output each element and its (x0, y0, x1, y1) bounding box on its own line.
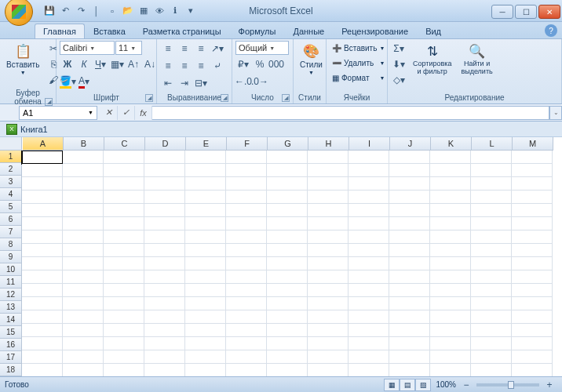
cell[interactable] (22, 337, 63, 350)
cell[interactable] (185, 257, 226, 270)
cell[interactable] (430, 164, 471, 177)
cell[interactable] (104, 151, 144, 164)
cell[interactable] (104, 270, 144, 284)
cell[interactable] (349, 244, 389, 257)
cell[interactable] (226, 230, 267, 244)
cell[interactable] (471, 230, 512, 244)
tab-home[interactable]: Главная (35, 24, 85, 38)
cell[interactable] (185, 310, 226, 324)
cell[interactable] (389, 217, 430, 230)
cell[interactable] (267, 284, 308, 297)
cell[interactable] (226, 177, 267, 191)
align-right-icon[interactable]: ≡ (193, 58, 209, 74)
cell[interactable] (512, 257, 553, 270)
cell[interactable] (389, 257, 430, 270)
cell[interactable] (349, 204, 389, 217)
cell[interactable] (63, 364, 104, 376)
cell[interactable] (22, 257, 63, 270)
cell[interactable] (430, 310, 471, 324)
increase-decimal-icon[interactable]: ←.0 (235, 74, 251, 89)
cell[interactable] (144, 204, 185, 217)
find-select-button[interactable]: 🔍 Найти и выделить (458, 41, 495, 78)
cell[interactable] (144, 244, 185, 257)
row-header[interactable]: 12 (0, 289, 22, 301)
cell[interactable] (267, 337, 308, 350)
cell[interactable] (185, 191, 226, 204)
save-icon[interactable]: 💾 (42, 4, 57, 18)
view-normal-icon[interactable]: ▦ (384, 379, 400, 391)
cell[interactable] (144, 270, 185, 284)
align-top-icon[interactable]: ≡ (160, 41, 176, 56)
cell[interactable] (430, 217, 471, 230)
cell[interactable] (349, 191, 389, 204)
number-dialog-launcher[interactable]: ◢ (282, 94, 290, 102)
cell[interactable] (63, 151, 104, 164)
quickprint-icon[interactable]: ▦ (137, 4, 151, 18)
cell[interactable] (63, 244, 104, 257)
undo-icon[interactable]: ↶ (58, 4, 72, 18)
cell[interactable] (308, 364, 349, 376)
tab-view[interactable]: Вид (417, 24, 450, 38)
cell[interactable] (267, 177, 308, 191)
alignment-dialog-launcher[interactable]: ◢ (221, 94, 228, 102)
cell[interactable] (267, 217, 308, 230)
tab-review[interactable]: Рецензирование (333, 24, 417, 38)
cell[interactable] (144, 191, 185, 204)
fx-icon[interactable]: fx (135, 106, 152, 120)
cell[interactable] (308, 191, 349, 204)
cell[interactable] (430, 244, 471, 257)
cell[interactable] (22, 324, 63, 337)
clipboard-dialog-launcher[interactable]: ◢ (45, 98, 53, 106)
row-header[interactable]: 14 (0, 314, 22, 326)
tab-data[interactable]: Данные (284, 24, 333, 38)
cell[interactable] (267, 164, 308, 177)
cell[interactable] (430, 151, 471, 164)
shrinkfont-icon[interactable]: A↓ (142, 56, 158, 72)
cell[interactable] (104, 230, 144, 244)
cell[interactable] (104, 191, 144, 204)
cell[interactable] (512, 270, 553, 284)
cell[interactable] (349, 177, 389, 191)
cell[interactable] (267, 230, 308, 244)
cell[interactable] (104, 324, 144, 337)
cell[interactable] (267, 270, 308, 284)
redo-icon[interactable]: ↷ (74, 4, 88, 18)
cell[interactable] (63, 324, 104, 337)
cell[interactable] (308, 244, 349, 257)
row-header[interactable]: 6 (0, 213, 22, 226)
cell[interactable] (267, 310, 308, 324)
zoom-in-icon[interactable]: + (542, 377, 557, 393)
cell[interactable] (104, 310, 144, 324)
column-header[interactable]: F (227, 137, 268, 151)
cell[interactable] (104, 337, 144, 350)
align-middle-icon[interactable]: ≡ (177, 41, 192, 56)
cell[interactable] (430, 230, 471, 244)
cell[interactable] (104, 164, 144, 177)
zoom-slider[interactable] (476, 383, 539, 387)
row-header[interactable]: 11 (0, 276, 22, 289)
cell[interactable] (267, 151, 308, 164)
currency-icon[interactable]: ₽▾ (235, 56, 251, 72)
cell[interactable] (22, 297, 63, 310)
cell[interactable] (226, 297, 267, 310)
cell[interactable] (308, 217, 349, 230)
cell[interactable] (389, 364, 430, 376)
cell[interactable] (226, 324, 267, 337)
cell[interactable] (185, 284, 226, 297)
cell[interactable] (185, 164, 226, 177)
zoom-level[interactable]: 100% (436, 380, 456, 389)
cell[interactable] (104, 364, 144, 376)
cell[interactable] (430, 177, 471, 191)
row-header[interactable]: 7 (0, 226, 22, 238)
new-icon[interactable]: ▫ (105, 4, 119, 18)
cell[interactable] (22, 270, 63, 284)
enter-formula-icon[interactable]: ✓ (118, 106, 135, 120)
cell[interactable] (471, 177, 512, 191)
cell[interactable] (185, 177, 226, 191)
cell[interactable] (185, 151, 226, 164)
cell[interactable] (185, 230, 226, 244)
cell[interactable] (471, 324, 512, 337)
cell[interactable] (63, 310, 104, 324)
fontcolor-button[interactable]: A▾ (76, 74, 92, 89)
cell[interactable] (22, 284, 63, 297)
